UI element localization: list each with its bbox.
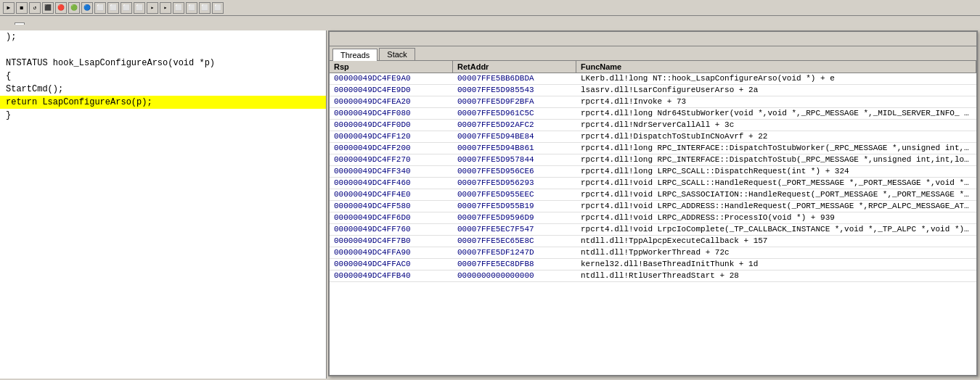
code-line: } [0, 109, 326, 122]
table-row[interactable]: 00000049DC4FFAC000007FFE5EC8DFB8kernel32… [330, 259, 976, 270]
cell-rsp: 00000049DC4FF080 [330, 108, 453, 119]
toolbar-icon-17[interactable]: ⬜ [212, 2, 224, 14]
dbg-panel-titlebar [330, 32, 976, 46]
table-row[interactable]: 00000049DC4FE9D000007FFE5D985543lsasrv.d… [330, 85, 976, 96]
col-header-rsp: Rsp [330, 61, 453, 73]
cell-rsp: 00000049DC4FFA90 [330, 247, 453, 258]
table-row[interactable]: 00000049DC4FEA2000007FFE5D9F2BFArpcrt4.d… [330, 96, 976, 108]
toolbar-icons: ▶ ◼ ↺ ⬛ 🔴 🟢 🔵 ⬜ ⬜ ⬜ ⬜ ▸ ▸ ⬜ ⬜ ⬜ ⬜ [3, 2, 224, 14]
cell-rsp: 00000049DC4FFB40 [330, 270, 453, 281]
cell-func: rpcrt4.dll!Invoke + 73 [576, 96, 976, 107]
table-row[interactable]: 00000049DC4FF6D000007FFE5D9596D9rpcrt4.d… [330, 212, 976, 224]
cell-ret: 0000000000000000 [453, 270, 576, 281]
cell-ret: 00007FFE5D957844 [453, 154, 576, 165]
cell-func: rpcrt4.dll!void LRPC_ADDRESS::ProcessIO(… [576, 212, 976, 223]
cell-rsp: 00000049DC4FF6D0 [330, 212, 453, 223]
table-row[interactable]: 00000049DC4FF27000007FFE5D957844rpcrt4.d… [330, 154, 976, 166]
toolbar-icon-8[interactable]: ⬜ [94, 2, 106, 14]
toolbar-icon-2[interactable]: ◼ [16, 2, 28, 14]
cell-ret: 00007FFE5D9F2BFA [453, 96, 576, 107]
cell-rsp: 00000049DC4FF120 [330, 131, 453, 142]
toolbar-icon-5[interactable]: 🔴 [55, 2, 67, 14]
cell-func: rpcrt4.dll!void LrpcIoComplete(_TP_CALLB… [576, 224, 976, 235]
table-row[interactable]: 00000049DC4FF12000007FFE5D94BE84rpcrt4.d… [330, 131, 976, 143]
table-row[interactable]: 00000049DC4FF46000007FFE5D956293rpcrt4.d… [330, 178, 976, 189]
cell-func: rpcrt4.dll!long RPC_INTERFACE::DispatchT… [576, 143, 976, 154]
table-container[interactable]: Rsp RetAddr FuncName 00000049DC4FE9A0000… [330, 61, 976, 375]
toolbar-icon-13[interactable]: ▸ [160, 2, 171, 14]
main-content: );NTSTATUS hook_LsapConfigureArso(void *… [0, 30, 980, 379]
toolbar-icon-9[interactable]: ⬜ [107, 2, 119, 14]
cell-rsp: 00000049DC4FF460 [330, 178, 453, 189]
table-row[interactable]: 00000049DC4FF0D000007FFE5D92AFC2rpcrt4.d… [330, 120, 976, 131]
cell-ret: 00007FFE5BB6DBDA [453, 73, 576, 84]
toolbar-icon-1[interactable]: ▶ [3, 2, 15, 14]
toolbar-icon-16[interactable]: ⬜ [199, 2, 211, 14]
cell-ret: 00007FFE5EC65E8C [453, 236, 576, 247]
cell-ret: 00007FFE5D985543 [453, 85, 576, 96]
table-row[interactable]: 00000049DC4FF4E000007FFE5D955EECrpcrt4.d… [330, 189, 976, 201]
cell-func: rpcrt4.dll!void LRPC_ADDRESS::HandleRequ… [576, 201, 976, 212]
table-row[interactable]: 00000049DC4FF08000007FFE5D961C5Crpcrt4.d… [330, 108, 976, 120]
cell-rsp: 00000049DC4FF7B0 [330, 236, 453, 247]
cell-rsp: 00000049DC4FF340 [330, 166, 453, 177]
cell-func: ntdll.dll!TppAlpcpExecuteCallback + 157 [576, 236, 976, 247]
toolbar-icon-15[interactable]: ⬜ [186, 2, 197, 14]
cell-rsp: 00000049DC4FF270 [330, 154, 453, 165]
col-header-func: FuncName [576, 61, 976, 73]
cell-func: rpcrt4.dll!long Ndr64StubWorker(void *,v… [576, 108, 976, 119]
cell-func: rpcrt4.dll!long LRPC_SCALL::DispatchRequ… [576, 166, 976, 177]
cell-func: rpcrt4.dll!void LRPC_SCALL::HandleReques… [576, 178, 976, 189]
cell-rsp: 00000049DC4FF200 [330, 143, 453, 154]
cell-ret: 00007FFE5D961C5C [453, 108, 576, 119]
table-row[interactable]: 00000049DC4FF7B000007FFE5EC65E8Cntdll.dl… [330, 236, 976, 247]
table-row[interactable]: 00000049DC4FE9A000007FFE5BB6DBDALKerb.dl… [330, 73, 976, 85]
log-bar [0, 16, 980, 30]
cell-func: kernel32.dll!BaseThreadInitThunk + 1d [576, 259, 976, 270]
code-line: return LsapConfigureArso(p); [0, 96, 326, 109]
toolbar: ▶ ◼ ↺ ⬛ 🔴 🟢 🔵 ⬜ ⬜ ⬜ ⬜ ▸ ▸ ⬜ ⬜ ⬜ ⬜ [0, 0, 980, 16]
code-line: ); [0, 30, 326, 44]
cell-func: rpcrt4.dll!DispatchToStubInCNoAvrf + 22 [576, 131, 976, 142]
toolbar-icon-7[interactable]: 🔵 [81, 2, 93, 14]
cell-ret: 00007FFE5D956CE6 [453, 166, 576, 177]
table-row[interactable]: 00000049DC4FF20000007FFE5D94B861rpcrt4.d… [330, 143, 976, 154]
toolbar-icon-14[interactable]: ⬜ [173, 2, 184, 14]
cell-func: LKerb.dll!long NT::hook_LsapConfigureArs… [576, 73, 976, 84]
cell-rsp: 00000049DC4FF4E0 [330, 189, 453, 200]
cell-ret: 00007FFE5D92AFC2 [453, 120, 576, 131]
cell-ret: 00007FFE5D9596D9 [453, 212, 576, 223]
cell-func: rpcrt4.dll!NdrServerCallAll + 3c [576, 120, 976, 131]
toolbar-icon-12[interactable]: ▸ [147, 2, 158, 14]
table-row[interactable]: 00000049DC4FF76000007FFE5EC7F547rpcrt4.d… [330, 224, 976, 236]
cell-rsp: 00000049DC4FF0D0 [330, 120, 453, 131]
cell-rsp: 00000049DC4FEA20 [330, 96, 453, 107]
code-line: NTSTATUS hook_LsapConfigureArso(void *p) [0, 57, 326, 70]
cell-ret: 00007FFE5D94BE84 [453, 131, 576, 142]
table-header: Rsp RetAddr FuncName [330, 61, 976, 73]
table-row[interactable]: 00000049DC4FFB400000000000000000ntdll.dl… [330, 270, 976, 282]
toolbar-icon-10[interactable]: ⬜ [121, 2, 132, 14]
dbg-tab-stack[interactable]: Stack [379, 48, 415, 60]
cell-ret: 00007FFE5EC7F547 [453, 224, 576, 235]
dbg-tabs: ThreadsStack [330, 46, 976, 61]
cell-func: rpcrt4.dll!void LRPC_SASSOCIATION::Handl… [576, 189, 976, 200]
dbg-tab-threads[interactable]: Threads [332, 49, 377, 61]
toolbar-icon-3[interactable]: ↺ [29, 2, 41, 14]
table-row[interactable]: 00000049DC4FF34000007FFE5D956CE6rpcrt4.d… [330, 166, 976, 178]
cell-rsp: 00000049DC4FE9D0 [330, 85, 453, 96]
table-row[interactable]: 00000049DC4FFA9000007FFE5DF1247Dntdll.dl… [330, 247, 976, 259]
toolbar-icon-6[interactable]: 🟢 [68, 2, 80, 14]
cell-ret: 00007FFE5DF1247D [453, 247, 576, 258]
toolbar-icon-4[interactable]: ⬛ [42, 2, 54, 14]
cell-rsp: 00000049DC4FF580 [330, 201, 453, 212]
cell-rsp: 00000049DC4FF760 [330, 224, 453, 235]
toolbar-icon-11[interactable]: ⬜ [134, 2, 145, 14]
cell-func: rpcrt4.dll!long RPC_INTERFACE::DispatchT… [576, 154, 976, 165]
code-panel: );NTSTATUS hook_LsapConfigureArso(void *… [0, 30, 327, 379]
dbg-panel: ThreadsStack Rsp RetAddr FuncName 000000… [328, 30, 978, 376]
cell-func: ntdll.dll!TppWorkerThread + 72c [576, 247, 976, 258]
file-tab[interactable] [15, 22, 25, 25]
table-row[interactable]: 00000049DC4FF58000007FFE5D955B19rpcrt4.d… [330, 201, 976, 212]
cell-func: ntdll.dll!RtlUserThreadStart + 28 [576, 270, 976, 281]
